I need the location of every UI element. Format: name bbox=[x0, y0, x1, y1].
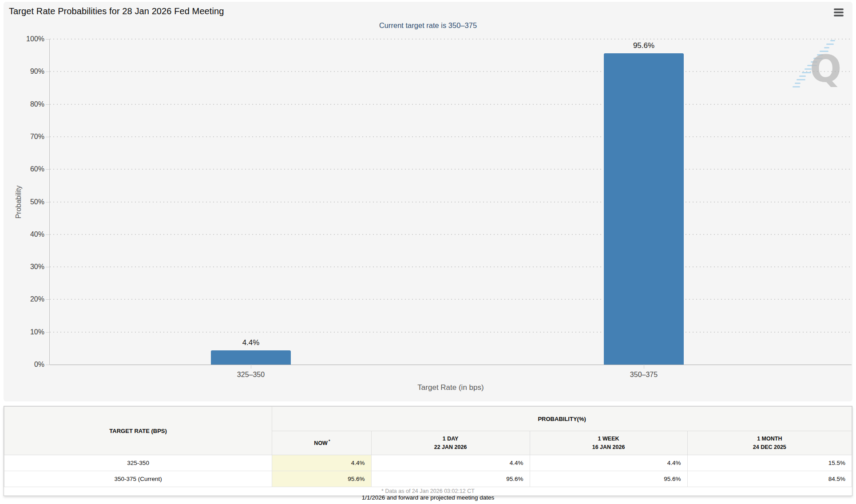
probability-group-header: PROBABILITY(%) bbox=[272, 407, 852, 431]
col-header-now: NOW* bbox=[272, 431, 371, 455]
y-axis-label: 50% bbox=[30, 198, 44, 206]
week-cell: 4.4% bbox=[530, 455, 687, 471]
svg-text:Q: Q bbox=[810, 47, 840, 91]
gridline bbox=[50, 234, 852, 235]
y-axis-label: 100% bbox=[26, 35, 44, 43]
bar-value-label: 4.4% bbox=[211, 338, 291, 347]
fedwatch-page: Target Rate Probabilities for 28 Jan 202… bbox=[0, 0, 856, 504]
quikstrike-watermark: Q bbox=[791, 39, 840, 95]
x-axis-title: Target Rate (in bps) bbox=[417, 383, 483, 392]
x-axis-label: 325–350 bbox=[237, 371, 265, 379]
gridline bbox=[50, 71, 852, 72]
y-axis-label: 70% bbox=[30, 133, 44, 141]
gridline bbox=[50, 39, 852, 40]
projected-dates-note: 1/1/2026 and forward are projected meeti… bbox=[0, 494, 856, 501]
bar-value-label: 95.6% bbox=[604, 41, 684, 50]
week-cell: 95.6% bbox=[530, 471, 687, 487]
gridline bbox=[50, 202, 852, 202]
col-header-1week: 1 WEEK16 JAN 2026 bbox=[530, 431, 687, 455]
gridline bbox=[50, 136, 852, 137]
y-axis-label: 80% bbox=[30, 100, 44, 108]
now-cell: 95.6% bbox=[272, 471, 371, 487]
bar-325-350[interactable]: 4.4% bbox=[211, 350, 291, 365]
gridline bbox=[50, 266, 852, 267]
bar-350-375[interactable]: 95.6% bbox=[604, 53, 684, 365]
chart-card: Target Rate Probabilities for 28 Jan 202… bbox=[4, 2, 852, 401]
table-row: 325-350 4.4% 4.4% 4.4% 15.5% bbox=[4, 455, 852, 471]
month-cell: 15.5% bbox=[687, 455, 852, 471]
gridline bbox=[50, 169, 852, 170]
q-logo-icon: Q bbox=[791, 39, 840, 95]
plot-area: 100% 90% 80% 70% 60% 50% 40% 30% 20% 10%… bbox=[50, 39, 852, 365]
chart-menu-button[interactable] bbox=[834, 7, 845, 18]
gridline bbox=[50, 104, 852, 105]
rate-cell: 325-350 bbox=[4, 455, 272, 471]
y-axis-label: 0% bbox=[34, 361, 44, 369]
x-axis-line bbox=[50, 365, 852, 365]
chart-subtitle: Current target rate is 350–375 bbox=[4, 21, 852, 30]
y-axis-label: 20% bbox=[30, 295, 44, 303]
col-header-1day: 1 DAY22 JAN 2026 bbox=[371, 431, 530, 455]
y-axis-label: 10% bbox=[30, 328, 44, 336]
target-rate-header: TARGET RATE (BPS) bbox=[4, 407, 272, 455]
y-axis-label: 60% bbox=[30, 165, 44, 173]
gridline bbox=[50, 332, 852, 333]
day-cell: 4.4% bbox=[371, 455, 530, 471]
y-axis-label: 40% bbox=[30, 230, 44, 238]
rate-cell: 350-375 (Current) bbox=[4, 471, 272, 487]
x-axis-label: 350–375 bbox=[630, 371, 658, 379]
now-cell: 4.4% bbox=[272, 455, 371, 471]
y-axis-label: 30% bbox=[30, 263, 44, 271]
probability-table: TARGET RATE (BPS) PROBABILITY(%) NOW* 1 … bbox=[4, 406, 852, 487]
y-axis-label: 90% bbox=[30, 67, 44, 75]
col-header-1month: 1 MONTH24 DEC 2025 bbox=[687, 431, 852, 455]
chart-title: Target Rate Probabilities for 28 Jan 202… bbox=[9, 6, 224, 16]
probability-table-container: TARGET RATE (BPS) PROBABILITY(%) NOW* 1 … bbox=[4, 406, 852, 496]
table-row: 350-375 (Current) 95.6% 95.6% 95.6% 84.5… bbox=[4, 471, 852, 487]
month-cell: 84.5% bbox=[687, 471, 852, 487]
hamburger-icon bbox=[834, 8, 844, 10]
gridline bbox=[50, 299, 852, 300]
day-cell: 95.6% bbox=[371, 471, 530, 487]
y-axis-title: Probability bbox=[15, 185, 23, 218]
